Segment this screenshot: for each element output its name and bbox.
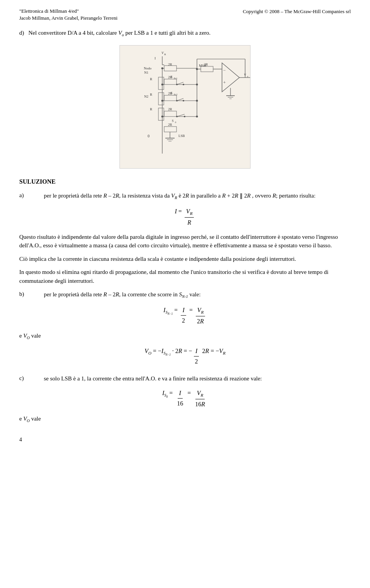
authors: Jacob Millman, Arvin Grabel, Pierangelo … (19, 15, 118, 22)
svg-text:N2: N2 (144, 95, 148, 98)
circuit-svg: V R I 2R MSB Nodo N1 R (120, 46, 251, 169)
intro-text: d) Nel convertitore D/A a 4 bit, calcola… (19, 30, 210, 36)
fraction-i-den: 2 (180, 316, 187, 325)
svg-text:2R: 2R (168, 107, 172, 111)
fraction-numerator: VR (185, 207, 194, 218)
svg-text:R: R (150, 93, 152, 96)
formula-is0-eq1: = (168, 389, 174, 409)
evo-label-2: e VO vale (19, 414, 351, 424)
svg-point-78 (161, 68, 163, 69)
fraction-vr-num: VR (196, 306, 205, 316)
circuit-diagram: V R I 2R MSB Nodo N1 R (119, 45, 251, 169)
fraction-i-2b-num: I (194, 346, 199, 357)
svg-text:S: S (171, 91, 172, 95)
svg-text:R: R (150, 107, 152, 111)
formula-equals-sign: = (177, 207, 183, 227)
formula-vo-1: VO = −ISN−1 · 2R = − I 2 2R = −VR (19, 346, 351, 366)
fraction-denominator: R (186, 218, 193, 227)
part-c-content: se solo LSB è a 1, la corrente che entra… (44, 374, 350, 383)
fraction-vr-16r-den: 16R (193, 399, 207, 409)
formula-is0-eq2: = (186, 389, 192, 409)
solution-section: SULUZIONE (19, 177, 351, 186)
page-header: "Elettronica di Millman 4/ed" Jacob Mill… (19, 8, 351, 22)
fraction-i-2b: I 2 (193, 346, 200, 366)
svg-text:o: o (247, 75, 248, 78)
svg-text:R: R (150, 77, 152, 81)
svg-text:−: − (223, 68, 226, 73)
svg-text:N1: N1 (144, 71, 148, 74)
page-num-text: 4 (19, 437, 22, 443)
formula-is0: IS0 = I 16 = VR 16R (19, 389, 351, 409)
evo-label-1: e VO vale (19, 331, 351, 341)
svg-text:0: 0 (175, 121, 176, 123)
svg-text:2R: 2R (168, 123, 172, 127)
formula-is0-lhs: IS0 (162, 389, 168, 409)
circuit-diagram-container: V R I 2R MSB Nodo N1 R (19, 45, 351, 169)
svg-point-77 (196, 116, 198, 118)
svg-text:S: S (171, 75, 172, 79)
svg-text:LSB: LSB (178, 134, 185, 138)
description-3: In questo modo si elimina ogni ritardo d… (19, 268, 351, 285)
svg-point-81 (161, 116, 163, 118)
formula-isn1-eq1: = (173, 306, 179, 326)
svg-text:+: + (223, 80, 226, 85)
part-a: a) per le proprietà della rete R – 2R, l… (19, 191, 351, 201)
svg-text:R: R (164, 53, 166, 56)
description-1: Questo risultato è indipendente dal valo… (19, 233, 351, 250)
desc-2-text: Ciò implica che la corrente in ciascuna … (19, 256, 296, 262)
fraction-vr-r: VR R (185, 207, 194, 227)
description-2: Ciò implica che la corrente in ciascuna … (19, 255, 351, 264)
fraction-vr-2r: VR 2R (195, 306, 205, 326)
formula-vo-lhs: VO (145, 346, 151, 366)
part-b-label: b) (19, 290, 42, 299)
fraction-i-2: I 2 (180, 306, 187, 326)
svg-point-79 (161, 84, 163, 86)
fraction-i-16: I 16 (175, 389, 185, 409)
part-a-content: per le proprietà della rete R – 2R, la r… (44, 191, 350, 201)
page-number: 4 (19, 436, 351, 444)
svg-text:2R: 2R (204, 63, 208, 66)
evo-text-1: e VO vale (19, 333, 41, 339)
formula-isn1-lhs: ISN−1 (163, 306, 173, 326)
formula-vo-eq1: = −ISN−1 · 2R = − (151, 346, 192, 366)
svg-text:N-1: N-1 (174, 77, 177, 79)
formula-i-vr-r: I = VR R (19, 207, 351, 227)
svg-point-74 (196, 68, 198, 70)
formula-isn1-eq2: = (188, 306, 194, 326)
svg-point-75 (196, 84, 198, 86)
copyright: Copyright © 2008 – The McGraw-Hill Compa… (243, 8, 351, 15)
evo-text-2: e VO vale (19, 416, 41, 422)
header-right: Copyright © 2008 – The McGraw-Hill Compa… (243, 8, 351, 15)
svg-text:N-2: N-2 (174, 93, 177, 96)
solution-title: SULUZIONE (19, 178, 56, 185)
intro-line: d) Nel convertitore D/A a 4 bit, calcola… (19, 29, 351, 38)
desc-1-text: Questo risultato è indipendente dal valo… (19, 234, 338, 249)
book-title: "Elettronica di Millman 4/ed" (19, 8, 118, 15)
formula-vo-eq2: 2R = −VR (201, 346, 225, 366)
svg-text:S: S (172, 119, 173, 123)
header-left: "Elettronica di Millman 4/ed" Jacob Mill… (19, 8, 118, 22)
part-b: b) per le proprietà della rete R – 2R, l… (19, 290, 351, 300)
fraction-i-2b-den: 2 (193, 357, 200, 366)
svg-text:I: I (155, 56, 156, 60)
fraction-vr-16r-num: VR (195, 389, 205, 399)
svg-text:Nodo: Nodo (144, 66, 151, 70)
part-c-label: c) (19, 374, 42, 383)
part-a-label: a) (19, 191, 42, 200)
fraction-i-16-num: I (178, 389, 183, 399)
svg-rect-0 (120, 46, 251, 169)
svg-point-80 (161, 100, 163, 102)
fraction-vr-16r: VR 16R (193, 389, 207, 409)
fraction-i-num: I (181, 306, 186, 316)
svg-text:0: 0 (148, 134, 150, 138)
part-c: c) se solo LSB è a 1, la corrente che en… (19, 374, 351, 383)
svg-point-76 (196, 100, 198, 102)
formula-isn1: ISN−1 = I 2 = VR 2R (19, 306, 351, 326)
fraction-i-16-den: 16 (175, 399, 185, 408)
fraction-vr-den: 2R (195, 316, 205, 326)
part-b-content: per le proprietà della rete R – 2R, la c… (44, 290, 350, 300)
desc-3-text: In questo modo si elimina ogni ritardo d… (19, 269, 328, 284)
